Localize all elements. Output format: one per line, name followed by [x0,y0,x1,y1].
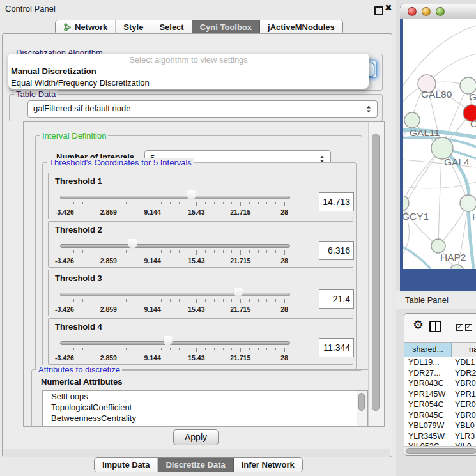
window-title: Control Panel [5,4,56,13]
network-node[interactable] [431,239,445,253]
slider-thumb[interactable] [164,336,173,348]
tab-network[interactable]: Network [56,20,116,34]
slider-thumb[interactable] [128,239,137,250]
cell-shared-name: YDR27... [408,368,441,378]
threshold-slider[interactable]: -3.4262.8599.14415.4321.71528 [65,335,284,365]
mac-minimize-button[interactable] [422,7,431,16]
tick-mark [275,348,276,350]
apply-button[interactable]: Apply [173,429,219,445]
tab-style[interactable]: Style [116,20,151,34]
threshold-value-field[interactable]: 6.316 [319,241,354,260]
tab-network-label: Network [75,22,107,32]
table-row[interactable]: YBR045CYBR0 [404,410,476,421]
dropdown-option-equal-width[interactable]: Equal Width/Frequency Discretization [8,77,369,89]
settings-scrollbar[interactable] [368,122,384,426]
slider-track[interactable] [60,293,290,296]
table-panel: ⚙ ✓ ✓ shared... na YDL19...YDL1YDR27...Y… [404,313,476,456]
threshold-slider[interactable]: -3.4262.8599.14415.4321.71528 [65,287,284,316]
tab-infer-network[interactable]: Infer Network [234,458,302,472]
tick-mark [188,202,188,204]
slider-axis-labels: -3.4262.8599.14415.4321.71528 [65,257,284,266]
tick-mark [100,299,100,302]
table-data-combobox[interactable]: galFiltered.sif default node [27,100,378,118]
table-row[interactable]: YDR27...YDR2 [404,368,476,379]
slider-thumb[interactable] [187,190,196,202]
table-row[interactable]: YBL079WYBL0 [404,420,476,431]
column-header-shared-name[interactable]: shared... [404,343,452,357]
tick-mark [65,299,65,303]
tick-mark [126,299,127,302]
threshold-value-field[interactable]: 21.4 [319,289,354,309]
threshold-box: Threshold 4-3.4262.8599.14415.4321.71528… [48,318,353,365]
network-canvas[interactable]: GAL80GACGAL11GAL4GCY1HHAP2 [403,19,476,269]
float-window-icon[interactable] [374,6,383,15]
network-node[interactable] [460,195,476,211]
network-node[interactable] [403,196,409,211]
tick-mark [231,299,232,302]
spinner-arrows-icon [367,105,371,113]
tab-discretize-data[interactable]: Discretize Data [158,458,233,472]
tick-mark [205,202,206,204]
settings-scrollbar-thumb[interactable] [372,134,380,411]
tab-cyni-toolbox[interactable]: Cyni Toolbox [192,20,260,34]
dropdown-hint-item[interactable]: Select algorithm to view settings [8,54,369,66]
axis-tick-label: -3.426 [55,257,74,265]
cell-shared-name: YBR045C [408,410,444,420]
threshold-value-field[interactable]: 11.344 [319,338,354,357]
table-row[interactable]: YBR043CYBR0 [404,378,476,389]
table-row[interactable]: YPR145WYPR1 [404,389,476,400]
attribute-list-item[interactable]: SelfLoops [43,391,367,402]
network-node[interactable] [431,137,453,159]
slider-track[interactable] [60,196,290,199]
tick-mark [91,299,91,302]
axis-tick-label: -3.426 [55,208,74,216]
tab-select-label: Select [159,22,183,32]
dropdown-option-manual[interactable]: Manual Discretization [8,66,369,77]
slider-track[interactable] [60,341,290,345]
settings-scroll-panel: Interval Definition Number of Intervals … [23,121,385,427]
close-icon[interactable]: ✖ [385,3,392,13]
cell-name: YDL1 [455,357,475,367]
table-row[interactable]: YER054CYER0 [404,399,476,410]
table-rows[interactable]: YDL19...YDL1YDR27...YDR2YBR043CYBR0YPR14… [404,357,476,446]
threshold-slider[interactable]: -3.4262.8599.14415.4321.71528 [65,190,284,219]
interval-definition-label: Interval Definition [40,131,108,141]
tab-jactivemnodules[interactable]: jActiveMNodules [260,20,342,34]
table-row[interactable]: YLR345WYLR3 [404,431,476,442]
table-row[interactable]: YIL052CYIL0 [404,441,476,446]
table-scrollbar-thumb[interactable] [406,448,476,454]
mac-zoom-button[interactable] [436,7,445,16]
slider-track[interactable] [60,244,290,248]
network-window-titlebar [400,4,476,19]
tick-mark [170,348,171,350]
attributes-scrollbar-thumb[interactable] [358,393,365,411]
cell-shared-name: YDL19... [408,357,440,367]
axis-tick-label: 21.715 [230,257,250,265]
cell-name: YER0 [455,399,476,410]
tick-mark [249,348,250,350]
mac-close-button[interactable] [408,7,417,16]
attribute-list-item[interactable]: TopologicalCoefficient [43,402,367,413]
tab-impute-data[interactable]: Impute Data [95,458,158,472]
numerical-attributes-list[interactable]: SelfLoopsTopologicalCoefficientBetweenne… [42,390,368,427]
table-horizontal-scrollbar[interactable] [404,446,476,456]
gear-icon[interactable]: ⚙ [413,319,424,331]
attributes-scrollbar[interactable] [357,391,367,427]
tick-mark [135,202,135,204]
tick-mark [82,202,83,204]
network-node[interactable] [404,112,420,128]
table-row[interactable]: YDL19...YDL1 [404,357,476,368]
tab-select[interactable]: Select [151,20,192,34]
tick-mark [214,250,215,253]
checkbox-icon[interactable]: ✓ [456,324,463,331]
slider-thumb[interactable] [234,288,243,299]
split-columns-icon[interactable] [429,321,441,332]
threshold-slider[interactable]: -3.4262.8599.14415.4321.71528 [65,238,284,268]
cell-shared-name: YLR345W [408,431,445,441]
attribute-list-item[interactable]: BetweennessCentrality [43,413,367,424]
tick-mark [144,250,144,253]
threshold-value-field[interactable]: 14.713 [319,192,354,211]
column-header-name[interactable]: na [452,343,476,357]
checkbox-icon[interactable]: ✓ [465,324,472,331]
tick-mark [170,202,171,204]
